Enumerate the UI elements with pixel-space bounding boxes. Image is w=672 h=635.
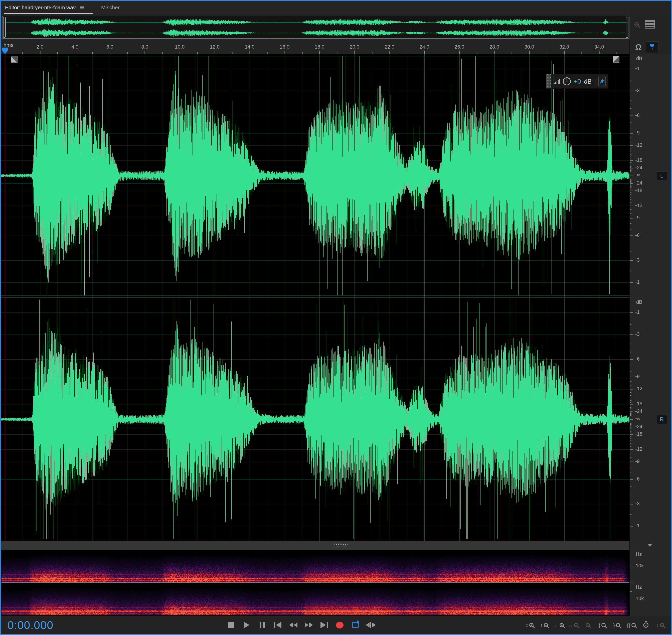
zoom-in-amplitude-button[interactable]: ↕+	[522, 619, 537, 631]
splitter-grip-icon[interactable]	[334, 544, 349, 547]
panel-splitter[interactable]	[1, 541, 629, 550]
magnifier-icon: −	[586, 623, 590, 627]
db-scale-label: -9	[635, 458, 640, 464]
magnifier-icon	[616, 623, 620, 627]
timeline-ruler-canvas[interactable]	[1, 40, 629, 54]
frequency-tick	[630, 559, 632, 559]
hud-pin-button[interactable]	[598, 76, 606, 87]
zoom-vertical-button[interactable]: ↕+	[653, 619, 668, 631]
frequency-tick-label: 10k	[636, 596, 644, 601]
transport-controls	[223, 619, 379, 631]
timer-button[interactable]	[639, 619, 653, 631]
frequency-tick	[630, 599, 633, 599]
zoom-in-time-button[interactable]: ↔+	[551, 619, 566, 631]
magnifier-icon: +	[660, 623, 664, 627]
db-scale-label: -6	[635, 356, 640, 362]
db-scale-label: -3	[635, 88, 640, 93]
loop-playback-button[interactable]	[348, 619, 363, 631]
panel-layout-icon[interactable]	[645, 20, 655, 28]
stop-button[interactable]	[223, 619, 239, 631]
snap-icon[interactable]: Ω	[635, 43, 642, 51]
channel-badge-l[interactable]: L	[656, 171, 667, 180]
zoom-in-point-button[interactable]: {	[595, 619, 609, 631]
frequency-tick-label: 10k	[636, 563, 644, 569]
playhead-line[interactable]	[5, 54, 5, 541]
frequency-tick	[630, 591, 632, 592]
volume-bars-icon	[554, 79, 560, 84]
pin-icon	[599, 79, 605, 84]
skip-to-next-button[interactable]	[316, 619, 332, 631]
magnifier-icon: −	[574, 623, 578, 627]
zoom-out-time-button[interactable]: ↔−	[566, 619, 580, 631]
overview-range-right-handle[interactable]	[626, 17, 628, 38]
zoom-out-amplitude-button[interactable]: ↕−	[537, 619, 551, 631]
zoom-tools: ↕+↕−↔+↔−−{}{}↕+	[522, 619, 668, 631]
zoom-axis-icon: ↔	[553, 622, 559, 628]
spectrogram-canvas-right-channel[interactable]	[1, 583, 629, 615]
frequency-unit-label: Hz	[636, 584, 642, 590]
zoom-out-full-icon[interactable]: −	[634, 22, 639, 26]
db-scale-label: -1	[635, 309, 640, 315]
waveform-canvas-left-channel[interactable]	[1, 54, 629, 297]
gain-knob[interactable]	[563, 78, 571, 85]
panel-menu-icon[interactable]	[80, 6, 84, 9]
audition-waveform-editor-panel: Editor: hairdryer-nt5-foam.wav Mischer −…	[0, 0, 672, 635]
zoom-selection-button[interactable]: {}	[624, 619, 639, 631]
db-scale-label: -6	[635, 476, 640, 482]
ruler-unit-label: hms	[3, 42, 14, 48]
db-scale-label: -18	[635, 157, 643, 163]
db-scale-label: -18	[635, 188, 643, 193]
fade-out-handle[interactable]	[613, 56, 620, 63]
overview-navigator[interactable]	[2, 16, 629, 39]
marker-flag-icon	[650, 44, 654, 48]
db-scale-label: -9	[635, 374, 640, 379]
skip-selection-button[interactable]	[363, 619, 379, 631]
main-editor-area: +0 dB dB-1-1-3-3-6-6-9-9-12-12-18-18-24-…	[1, 54, 671, 541]
timer-icon	[643, 622, 648, 628]
spectrogram-display[interactable]	[1, 550, 629, 616]
zoom-out-full-button[interactable]: −	[580, 619, 595, 631]
overview-waveform-right[interactable]	[3, 28, 628, 38]
spectrogram-playhead-line	[5, 550, 5, 615]
overview-range-left-handle[interactable]	[3, 17, 6, 38]
overview-waveform-left[interactable]	[3, 17, 628, 27]
magnifier-icon	[631, 623, 636, 627]
marker-flag-stem	[652, 48, 652, 50]
zoom-axis-icon: {}	[627, 622, 630, 628]
frequency-tick	[630, 615, 633, 615]
tab-editor[interactable]: Editor: hairdryer-nt5-foam.wav	[5, 1, 84, 14]
magnifier-icon: +	[560, 623, 564, 627]
hud-separator	[595, 76, 596, 86]
fade-in-handle[interactable]	[11, 56, 18, 63]
db-scale-label: -6	[635, 112, 640, 118]
db-scale-label: -9	[635, 215, 640, 221]
zoom-out-point-button[interactable]: }	[609, 619, 624, 631]
zoom-axis-icon: ↕	[525, 622, 528, 628]
time-display[interactable]: 0:00.000	[7, 619, 53, 632]
db-scale-infinity-label: -∞	[635, 172, 641, 178]
waveform-canvas-right-channel[interactable]	[1, 298, 629, 541]
zoom-axis-icon: ↕	[656, 622, 659, 628]
db-scale-label: -3	[635, 331, 640, 337]
play-button[interactable]	[239, 619, 254, 631]
fast-forward-button[interactable]	[301, 619, 316, 631]
tab-mixer[interactable]: Mischer	[101, 1, 120, 14]
spectrogram-canvas-left-channel[interactable]	[1, 550, 629, 582]
db-scale-label: -18	[635, 431, 643, 437]
skip-to-previous-button[interactable]	[270, 619, 286, 631]
gain-value[interactable]: +0	[574, 78, 581, 85]
channel-badge-r[interactable]: R	[656, 415, 667, 424]
zoom-axis-icon: ↔	[568, 622, 573, 628]
frequency-tick	[630, 582, 633, 583]
hud-drag-handle[interactable]	[546, 74, 551, 88]
db-scale-label: -12	[635, 446, 643, 452]
add-marker-button[interactable]	[646, 41, 659, 53]
db-scale-label: -6	[635, 232, 640, 238]
waveform-display[interactable]: +0 dB	[1, 54, 629, 541]
pause-button[interactable]	[254, 619, 270, 631]
timeline-ruler[interactable]: hms	[1, 40, 629, 54]
zoom-axis-icon: {	[599, 622, 600, 628]
rewind-button[interactable]	[286, 619, 301, 631]
collapse-scale-icon[interactable]	[647, 544, 652, 547]
record-button[interactable]	[332, 619, 348, 631]
